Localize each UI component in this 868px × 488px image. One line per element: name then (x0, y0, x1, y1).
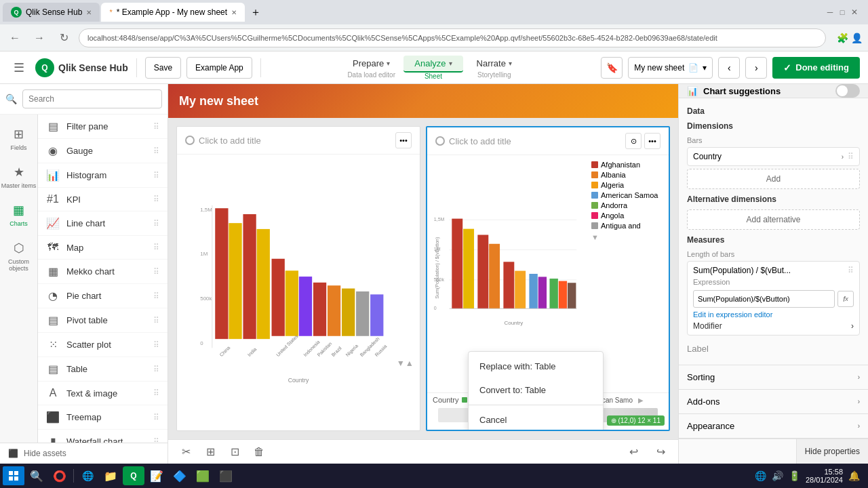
chart-item-scatter[interactable]: ⁙ Scatter plot ⠿ (38, 333, 167, 357)
phase-narrate-btn[interactable]: Narrate ▾ (466, 56, 523, 71)
dimension-country[interactable]: Country › ⠿ (687, 147, 860, 166)
chart-1-drag-handle[interactable] (185, 136, 195, 145)
table-drag-icon[interactable]: ⠿ (153, 365, 159, 374)
duplicate-icon[interactable]: ⊞ (201, 443, 220, 462)
chart-item-pie[interactable]: ◔ Pie chart ⠿ (38, 284, 167, 308)
treemap-drag-icon[interactable]: ⠿ (153, 413, 159, 422)
done-editing-button[interactable]: ✓ Done editing (772, 57, 860, 79)
phase-narrate[interactable]: Narrate ▾ Storytelling (466, 56, 523, 80)
taskbar-qlik[interactable]: Q (123, 466, 144, 485)
chart-item-map[interactable]: 🗺 Map ⠿ (38, 236, 167, 260)
filter-pane-drag-icon[interactable]: ⠿ (153, 122, 159, 131)
tab-example-app-close[interactable]: ✕ (231, 9, 237, 16)
context-menu-cancel[interactable]: Cancel (469, 408, 603, 431)
close-window-button[interactable]: ✕ (849, 7, 860, 18)
taskbar-app7[interactable]: ⬛ (215, 466, 237, 485)
hide-properties-button[interactable]: Hide properties (796, 439, 868, 464)
chart-item-waterfall[interactable]: ▮ Waterfall chart ⠿ (38, 430, 167, 443)
sorting-collapse[interactable]: Sorting › (679, 365, 868, 390)
bookmark-button[interactable]: 🔖 (601, 57, 623, 79)
volume-icon[interactable]: 🔊 (772, 470, 783, 481)
context-menu-convert[interactable]: Convert to: Table (469, 378, 603, 402)
phase-prepare[interactable]: Prepare ▾ Data load editor (342, 56, 401, 80)
taskbar-app6[interactable]: 🟩 (192, 466, 214, 485)
kpi-drag-icon[interactable]: ⠿ (153, 195, 159, 204)
chart-item-text-image[interactable]: A Text & image ⠿ (38, 382, 167, 405)
edit-expr-link[interactable]: Edit in expression editor (693, 310, 854, 319)
next-sheet-button[interactable]: › (745, 57, 767, 79)
chart-2-more-btn[interactable]: ••• (644, 133, 660, 149)
chart-item-kpi[interactable]: #1 KPI ⠿ (38, 188, 167, 211)
modifier-row[interactable]: Modifier › (693, 321, 854, 331)
tab-qlik-hub-close[interactable]: ✕ (86, 9, 92, 16)
taskbar-search[interactable]: 🔍 (26, 466, 47, 485)
phase-prepare-btn[interactable]: Prepare ▾ (342, 56, 401, 71)
phase-analyze-btn[interactable]: Analyze ▾ (403, 56, 462, 73)
chart-item-gauge[interactable]: ◉ Gauge ⠿ (38, 139, 167, 163)
maximize-button[interactable]: □ (837, 7, 848, 18)
mekko-drag-icon[interactable]: ⠿ (153, 267, 159, 277)
measure-sum-pop-drag[interactable]: ⠿ (848, 266, 854, 275)
chart-item-mekko[interactable]: ▦ Mekko chart ⠿ (38, 260, 167, 284)
taskbar-notepad[interactable]: 📝 (146, 466, 167, 485)
phase-analyze[interactable]: Analyze ▾ Sheet (403, 56, 462, 80)
sidebar-item-custom[interactable]: ⬡ Custom objects (0, 234, 37, 279)
tab-example-app[interactable]: * * Example App - My new sheet ✕ (101, 3, 245, 22)
chart-item-table[interactable]: ▤ Table ⠿ (38, 357, 167, 382)
sidebar-item-master[interactable]: ★ Master items (0, 158, 37, 196)
hide-assets-footer[interactable]: ⬛ Hide assets (0, 443, 167, 464)
scissors-icon[interactable]: ✂ (176, 443, 195, 462)
chart-item-treemap[interactable]: ⬛ Treemap ⠿ (38, 405, 167, 430)
app-name-button[interactable]: Example App (186, 57, 252, 79)
refresh-button[interactable]: ↻ (54, 28, 73, 47)
menu-icon[interactable]: ☰ (8, 57, 30, 79)
grid-icon[interactable]: ⊡ (225, 443, 244, 462)
profile-icon[interactable]: 👤 (851, 33, 863, 43)
appearance-collapse[interactable]: Appearance › (679, 414, 868, 439)
fx-button[interactable]: fx (837, 291, 854, 307)
chart-1-more-btn[interactable]: ••• (395, 132, 412, 148)
map-drag-icon[interactable]: ⠿ (153, 243, 159, 252)
scatter-drag-icon[interactable]: ⠿ (153, 340, 159, 350)
pivot-drag-icon[interactable]: ⠿ (153, 316, 159, 325)
add-dimension-button[interactable]: Add (687, 169, 860, 189)
sidebar-item-fields[interactable]: ⊞ Fields (0, 120, 37, 158)
chart-2-settings-btn[interactable]: ⊙ (625, 133, 642, 149)
expression-input[interactable] (693, 290, 835, 308)
taskbar-chrome[interactable]: 🌐 (77, 466, 98, 485)
chart-item-pivot[interactable]: ▤ Pivot table ⠿ (38, 308, 167, 333)
legend-scroll-down[interactable]: ▼ (591, 233, 660, 241)
search-input[interactable] (22, 89, 162, 108)
chart-item-histogram[interactable]: 📊 Histogram ⠿ (38, 163, 167, 188)
minimize-button[interactable]: ─ (825, 7, 835, 18)
forward-button[interactable]: → (30, 28, 49, 47)
extensions-icon[interactable]: 🧩 (837, 33, 848, 43)
taskbar-cortana[interactable]: ⭕ (49, 466, 71, 485)
gauge-drag-icon[interactable]: ⠿ (153, 146, 159, 156)
redo-button[interactable]: ↪ (651, 443, 670, 462)
sheet-selector[interactable]: My new sheet 📄 ▾ (628, 57, 713, 79)
histogram-drag-icon[interactable]: ⠿ (153, 171, 159, 180)
address-bar[interactable]: localhost:4848/sense/app/C%3A%5CUsers%5C… (79, 28, 826, 47)
chart-2-drag-handle[interactable] (435, 136, 445, 146)
context-menu-replace[interactable]: Replace with: Table (469, 354, 603, 378)
tab-qlik-hub[interactable]: Q Qlik Sense Hub ✕ (3, 3, 100, 22)
notification-icon[interactable]: 🔔 (848, 470, 860, 481)
country-legend-more[interactable]: ▶ (638, 396, 644, 404)
save-button[interactable]: Save (145, 57, 181, 79)
chart-suggestions-toggle[interactable] (835, 84, 860, 98)
undo-button[interactable]: ↩ (624, 443, 643, 462)
taskbar-explorer[interactable]: 📁 (100, 466, 121, 485)
addons-collapse[interactable]: Add-ons › (679, 390, 868, 414)
prev-sheet-button[interactable]: ‹ (718, 57, 740, 79)
line-chart-drag-icon[interactable]: ⠿ (153, 219, 159, 228)
pie-drag-icon[interactable]: ⠿ (153, 291, 159, 301)
back-button[interactable]: ← (5, 28, 24, 47)
delete-icon[interactable]: 🗑 (250, 443, 269, 462)
battery-icon[interactable]: 🔋 (789, 470, 800, 481)
taskbar-app5[interactable]: 🔷 (169, 466, 191, 485)
start-button[interactable] (3, 466, 24, 485)
text-image-drag-icon[interactable]: ⠿ (153, 388, 159, 398)
add-alt-dimension-button[interactable]: Add alternative (687, 209, 860, 230)
new-tab-button[interactable]: ＋ (246, 3, 265, 22)
